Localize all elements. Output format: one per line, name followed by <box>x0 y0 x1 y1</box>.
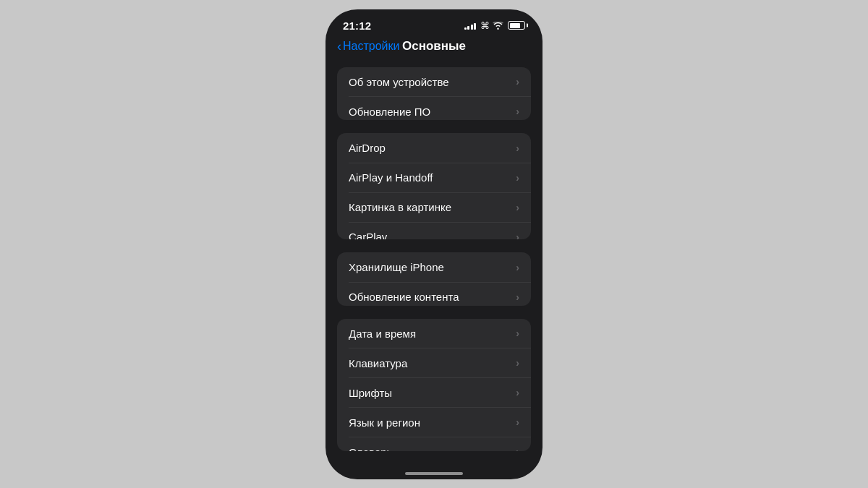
settings-group-4: Дата и время › Клавиатура › Шрифты › Язы… <box>337 319 531 452</box>
settings-group-3: Хранилище iPhone › Обновление контента › <box>337 252 531 306</box>
settings-item-airdrop[interactable]: AirDrop › <box>337 133 531 163</box>
settings-item-about[interactable]: Об этом устройстве › <box>337 67 531 97</box>
about-label: Об этом устройстве <box>349 76 449 88</box>
chevron-right-icon: › <box>516 291 519 303</box>
back-label[interactable]: Настройки <box>343 40 399 53</box>
wifi-icon: ⌘ <box>480 20 503 31</box>
carplay-label: CarPlay <box>349 231 387 239</box>
chevron-right-icon: › <box>516 106 519 117</box>
status-bar: 21:12 ⌘ <box>326 9 542 36</box>
back-chevron-icon: ‹ <box>337 39 341 54</box>
bar3 <box>471 25 473 30</box>
iphone-storage-label: Хранилище iPhone <box>349 261 444 273</box>
status-icons: ⌘ <box>464 20 525 31</box>
chevron-right-icon: › <box>516 202 519 213</box>
bar4 <box>474 23 476 30</box>
battery-icon <box>508 21 525 30</box>
settings-group-2: AirDrop › AirPlay и Handoff › Картинка в… <box>337 133 531 239</box>
home-indicator <box>326 466 542 479</box>
content-update-label: Обновление контента <box>349 291 459 303</box>
date-time-label: Дата и время <box>349 328 416 340</box>
software-update-label: Обновление ПО <box>349 106 430 118</box>
chevron-right-icon: › <box>516 76 519 87</box>
home-bar <box>405 472 463 475</box>
settings-item-dictionary[interactable]: Словарь › <box>337 437 531 452</box>
settings-item-language-region[interactable]: Язык и регион › <box>337 408 531 437</box>
back-button[interactable]: ‹ Настройки <box>337 39 399 54</box>
settings-item-iphone-storage[interactable]: Хранилище iPhone › <box>337 252 531 282</box>
nav-bar: ‹ Настройки Основные <box>326 36 542 61</box>
airdrop-label: AirDrop <box>349 142 386 154</box>
settings-item-airplay-handoff[interactable]: AirPlay и Handoff › <box>337 163 531 192</box>
page-title: Основные <box>402 39 466 53</box>
settings-item-keyboard[interactable]: Клавиатура › <box>337 348 531 378</box>
language-region-label: Язык и регион <box>349 416 420 429</box>
settings-item-software-update[interactable]: Обновление ПО › <box>337 97 531 121</box>
settings-item-carplay[interactable]: CarPlay › <box>337 222 531 239</box>
settings-item-fonts[interactable]: Шрифты › <box>337 378 531 408</box>
status-time: 21:12 <box>343 20 371 32</box>
bar1 <box>464 27 467 30</box>
chevron-right-icon: › <box>516 416 519 428</box>
settings-item-date-time[interactable]: Дата и время › <box>337 319 531 348</box>
fonts-label: Шрифты <box>349 387 392 399</box>
keyboard-label: Клавиатура <box>349 357 407 369</box>
chevron-right-icon: › <box>516 357 519 369</box>
chevron-right-icon: › <box>516 387 519 398</box>
picture-in-picture-label: Картинка в картинке <box>349 201 451 213</box>
chevron-right-icon: › <box>516 172 519 184</box>
chevron-right-icon: › <box>516 142 519 154</box>
dictionary-label: Словарь <box>349 446 392 452</box>
signal-bars-icon <box>464 22 477 30</box>
settings-item-picture-in-picture[interactable]: Картинка в картинке › <box>337 192 531 222</box>
settings-group-1: Об этом устройстве › Обновление ПО › <box>337 67 531 121</box>
settings-item-content-update[interactable]: Обновление контента › <box>337 282 531 306</box>
bar2 <box>467 26 469 30</box>
chevron-right-icon: › <box>516 446 519 451</box>
battery-fill <box>510 23 520 28</box>
airplay-handoff-label: AirPlay и Handoff <box>349 171 433 184</box>
chevron-right-icon: › <box>516 262 519 273</box>
settings-scroll-area[interactable]: Об этом устройстве › Обновление ПО › Air… <box>326 61 542 466</box>
phone-frame: 21:12 ⌘ ‹ <box>326 9 542 479</box>
chevron-right-icon: › <box>516 231 519 240</box>
chevron-right-icon: › <box>516 328 519 339</box>
